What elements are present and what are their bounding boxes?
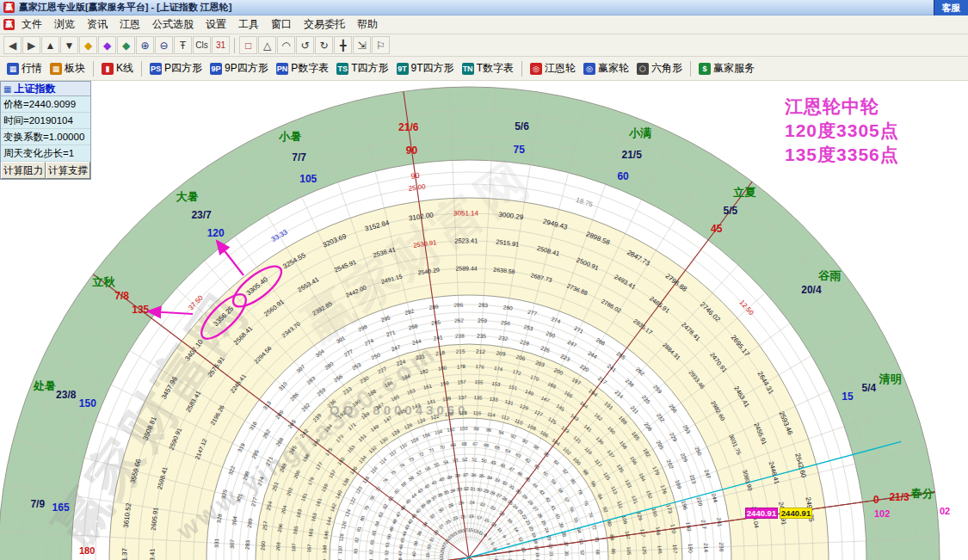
toolbar-item-sectors[interactable]: ▦板块 [46, 59, 89, 77]
menu-item-浏览[interactable]: 浏览 [48, 15, 81, 34]
button-计算阻力[interactable]: 计算阻力 [1, 162, 46, 179]
cls-icon[interactable]: Cls [193, 36, 211, 54]
toolbar-separator [690, 61, 691, 77]
zoom-out-icon[interactable]: ⊖ [155, 36, 173, 54]
triangle-tool-icon[interactable]: △ [258, 36, 276, 54]
winner-wheel-icon: ◎ [583, 63, 595, 75]
solar-term-label: 谷雨 [817, 269, 842, 282]
toolbar-item-gann-wheel[interactable]: ◎江恩轮 [527, 59, 579, 77]
wheel-number-cell: 190 [687, 544, 694, 554]
resize-tool-icon[interactable]: ⇲ [353, 36, 371, 54]
wheel-number-cell: 52 [580, 550, 585, 555]
calendar-icon[interactable]: 31 [212, 36, 230, 54]
wheel-number-cell: 187 [291, 543, 297, 552]
wheel-degree-label: 45 [711, 223, 723, 235]
wheel-price-value: 3051.14 [453, 209, 479, 217]
toolbar-item-p-table[interactable]: PNP数字表 [273, 59, 333, 77]
chart-area[interactable]: 赢家财富网www.yingjia360.com赢家财富网QQ：800043060… [0, 81, 968, 560]
toolbar-item-winner-wheel[interactable]: ◎赢家轮 [580, 59, 632, 77]
wheel-number-cell: 52 [462, 457, 467, 462]
toolbar-item-t-square[interactable]: TST四方形 [333, 59, 392, 77]
view-toolbar: ▦行情▦板块▮K线PSP四方形9P9P四方形PNP数字表TST四方形9T9T四方… [0, 57, 968, 81]
wheel-number-cell: 125 [642, 545, 647, 555]
wheel-number-cell: 47 [398, 551, 403, 556]
down-icon[interactable]: ▼ [60, 36, 78, 54]
stock-name: 上证指数 [14, 82, 55, 96]
menu-item-设置[interactable]: 设置 [200, 15, 232, 34]
zoom-in-icon[interactable]: ⊕ [136, 36, 154, 54]
annotation-line-2: 120度3305点 [785, 119, 899, 143]
diamond-yellow-icon[interactable]: ◆ [79, 36, 97, 54]
menu-item-工具[interactable]: 工具 [232, 15, 265, 34]
p-table-icon: PN [276, 63, 289, 75]
wheel-number-cell: 51 [385, 542, 391, 548]
wheel-number-cell: 67 [472, 441, 478, 446]
toolbar-item-hexagon[interactable]: ⬡六角形 [633, 59, 686, 77]
t-table-icon: TN [462, 63, 474, 75]
wheel-date-label: 23/8 [56, 389, 77, 401]
toolbar-item-9t-square[interactable]: 9T9T四方形 [393, 59, 458, 77]
wheel-number-cell: 37 [563, 541, 569, 547]
wheel-date-label: 7/7 [292, 151, 306, 163]
toolbar-separator [93, 61, 94, 77]
wheel-number-cell: 46 [398, 544, 404, 550]
info-row-1: 时间=20190104 [1, 113, 90, 129]
wheel-degree-label: 90 [406, 145, 418, 157]
measure-icon[interactable]: Ŧ [174, 36, 192, 54]
menu-item-帮助[interactable]: 帮助 [351, 15, 384, 34]
gann-wheel-label: 江恩轮 [545, 61, 576, 76]
gann-wheel-icon: ◎ [530, 63, 542, 75]
up-icon[interactable]: ▲ [41, 36, 59, 54]
flag-tool-icon[interactable]: ⚐ [372, 36, 390, 54]
toolbar-item-quotes[interactable]: ▦行情 [3, 59, 46, 77]
menu-item-江恩[interactable]: 江恩 [114, 15, 146, 34]
rotate-ccw-icon[interactable]: ↺ [296, 36, 314, 54]
wheel-annotation: 江恩轮中轮 120度3305点 135度3356点 [785, 95, 899, 167]
solar-term-label: 处暑 [33, 379, 56, 392]
wheel-number-cell: 21 [460, 514, 466, 520]
wheel-number-cell: 98 [473, 426, 478, 431]
wheel-number-cell: 38 [454, 473, 460, 479]
float-value-label: 102 [874, 508, 890, 519]
wheel-degree-label: 75 [514, 144, 526, 156]
cross-tool-icon[interactable]: ╋ [334, 36, 352, 54]
wheel-date-label: 21/5 [621, 149, 642, 161]
wheel-number-cell: 178 [457, 364, 466, 369]
back-icon[interactable]: ◀ [3, 36, 22, 54]
solar-term-label: 小暑 [278, 130, 301, 143]
wheel-price-value: 3661.37 [120, 547, 128, 560]
diamond-purple-icon[interactable]: ◆ [98, 36, 116, 54]
menu-item-窗口[interactable]: 窗口 [265, 15, 298, 34]
toolbar-item-winner-service[interactable]: $赢家服务 [695, 59, 758, 77]
wheel-number-cell: 176 [475, 364, 484, 370]
wheel-number-cell: 146 [657, 545, 663, 555]
wheel-number-cell: 157 [457, 379, 466, 385]
toolbar-item-9p-square[interactable]: 9P9P四方形 [207, 59, 272, 77]
rect-tool-icon[interactable]: □ [239, 36, 257, 54]
wheel-date-label: 7/9 [30, 498, 45, 510]
menu-item-公式选股[interactable]: 公式选股 [146, 15, 200, 34]
arc-tool-icon[interactable]: ◠ [277, 36, 295, 54]
menu-item-资讯[interactable]: 资讯 [81, 15, 114, 34]
toolbar-item-t-table[interactable]: TNT数字表 [459, 59, 517, 77]
diamond-green-icon[interactable]: ◆ [117, 36, 135, 54]
float-value-label: 02 [940, 506, 950, 516]
menu-item-交易委托[interactable]: 交易委托 [298, 15, 351, 34]
rotate-cw-icon[interactable]: ↻ [315, 36, 333, 54]
9t-square-label: 9T四方形 [411, 61, 454, 76]
wheel-number-cell: 262 [454, 317, 465, 323]
wheel-degree-label: 15 [842, 391, 854, 403]
button-计算支撑[interactable]: 计算支撑 [46, 162, 90, 179]
wheel-number-cell: 53 [453, 458, 459, 464]
customer-service-button[interactable]: 客服 [934, 0, 968, 15]
t-table-label: T数字表 [477, 61, 514, 76]
menu-item-文件[interactable]: 文件 [15, 15, 48, 34]
toolbar-item-kline[interactable]: ▮K线 [98, 59, 137, 77]
forward-icon[interactable]: ▶ [22, 36, 40, 54]
toolbar-item-p-square[interactable]: PSP四方形 [146, 59, 206, 77]
wheel-number-cell: 67 [368, 549, 373, 554]
info-row-0: 价格=2440.9099 [1, 96, 90, 113]
wheel-number-cell: 37 [463, 472, 468, 477]
wheel-number-cell: 307 [229, 538, 236, 549]
price-highlight-box-0: 2440.91 [745, 508, 778, 519]
